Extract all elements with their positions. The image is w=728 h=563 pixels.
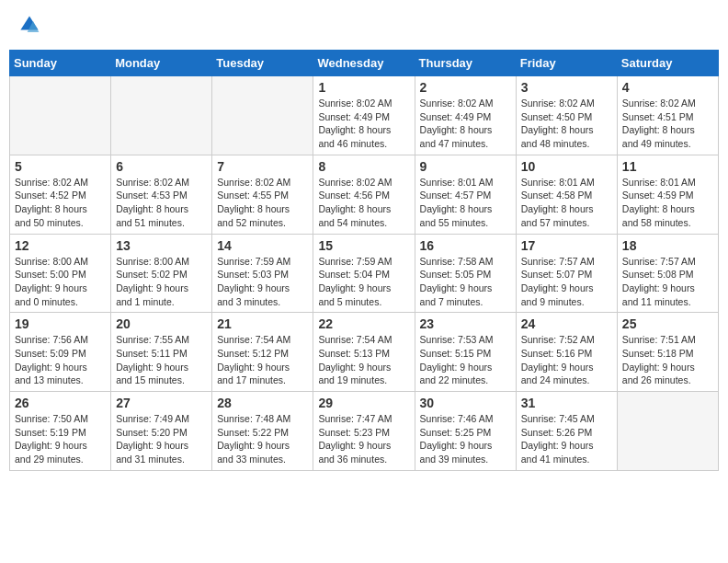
calendar-week-row: 1Sunrise: 8:02 AM Sunset: 4:49 PM Daylig… — [10, 76, 719, 155]
calendar-day-cell: 2Sunrise: 8:02 AM Sunset: 4:49 PM Daylig… — [415, 76, 516, 155]
day-number: 7 — [217, 159, 308, 174]
day-number: 24 — [521, 316, 612, 331]
logo-icon — [18, 14, 40, 36]
calendar-day-cell: 4Sunrise: 8:02 AM Sunset: 4:51 PM Daylig… — [617, 76, 718, 155]
calendar-day-cell: 11Sunrise: 8:01 AM Sunset: 4:59 PM Dayli… — [617, 155, 718, 234]
day-info: Sunrise: 8:02 AM Sunset: 4:56 PM Dayligh… — [318, 176, 409, 230]
calendar-day-cell: 31Sunrise: 7:45 AM Sunset: 5:26 PM Dayli… — [516, 392, 617, 471]
day-number: 30 — [420, 396, 511, 410]
calendar-body: 1Sunrise: 8:02 AM Sunset: 4:49 PM Daylig… — [10, 76, 719, 471]
logo — [18, 14, 42, 36]
day-number: 16 — [420, 238, 511, 253]
day-number: 1 — [318, 80, 409, 95]
calendar-day-cell: 21Sunrise: 7:54 AM Sunset: 5:12 PM Dayli… — [212, 313, 313, 392]
calendar-day-cell: 13Sunrise: 8:00 AM Sunset: 5:02 PM Dayli… — [111, 234, 212, 313]
day-info: Sunrise: 8:01 AM Sunset: 4:58 PM Dayligh… — [521, 176, 612, 230]
calendar-table: SundayMondayTuesdayWednesdayThursdayFrid… — [9, 50, 719, 471]
day-number: 2 — [420, 80, 511, 95]
calendar-day-cell: 20Sunrise: 7:55 AM Sunset: 5:11 PM Dayli… — [111, 313, 212, 392]
day-info: Sunrise: 7:54 AM Sunset: 5:13 PM Dayligh… — [318, 333, 409, 387]
day-info: Sunrise: 8:02 AM Sunset: 4:49 PM Dayligh… — [420, 97, 511, 151]
day-info: Sunrise: 8:02 AM Sunset: 4:53 PM Dayligh… — [116, 176, 207, 230]
day-number: 31 — [521, 396, 612, 410]
calendar-day-cell: 16Sunrise: 7:58 AM Sunset: 5:05 PM Dayli… — [415, 234, 516, 313]
day-info: Sunrise: 7:49 AM Sunset: 5:20 PM Dayligh… — [116, 412, 207, 466]
day-number: 21 — [217, 316, 308, 331]
page-header — [9, 9, 719, 40]
day-info: Sunrise: 8:00 AM Sunset: 5:00 PM Dayligh… — [15, 255, 106, 309]
weekday-header-cell: Saturday — [617, 51, 718, 76]
day-number: 3 — [521, 80, 612, 95]
day-number: 20 — [116, 316, 207, 331]
day-info: Sunrise: 7:58 AM Sunset: 5:05 PM Dayligh… — [420, 255, 511, 309]
day-info: Sunrise: 7:52 AM Sunset: 5:16 PM Dayligh… — [521, 333, 612, 387]
weekday-header-cell: Friday — [516, 51, 617, 76]
day-info: Sunrise: 7:57 AM Sunset: 5:07 PM Dayligh… — [521, 255, 612, 309]
calendar-day-cell: 27Sunrise: 7:49 AM Sunset: 5:20 PM Dayli… — [111, 392, 212, 471]
weekday-header-row: SundayMondayTuesdayWednesdayThursdayFrid… — [10, 51, 719, 76]
day-number: 13 — [116, 238, 207, 253]
day-number: 28 — [217, 396, 308, 410]
day-info: Sunrise: 7:57 AM Sunset: 5:08 PM Dayligh… — [622, 255, 713, 309]
day-info: Sunrise: 8:02 AM Sunset: 4:52 PM Dayligh… — [15, 176, 106, 230]
day-info: Sunrise: 8:02 AM Sunset: 4:50 PM Dayligh… — [521, 97, 612, 151]
calendar-day-cell: 17Sunrise: 7:57 AM Sunset: 5:07 PM Dayli… — [516, 234, 617, 313]
calendar-day-cell: 25Sunrise: 7:51 AM Sunset: 5:18 PM Dayli… — [617, 313, 718, 392]
calendar-day-cell: 29Sunrise: 7:47 AM Sunset: 5:23 PM Dayli… — [313, 392, 415, 471]
calendar-day-cell: 14Sunrise: 7:59 AM Sunset: 5:03 PM Dayli… — [212, 234, 313, 313]
day-info: Sunrise: 8:02 AM Sunset: 4:51 PM Dayligh… — [622, 97, 713, 151]
day-number: 15 — [318, 238, 409, 253]
calendar-day-cell: 8Sunrise: 8:02 AM Sunset: 4:56 PM Daylig… — [313, 155, 415, 234]
day-info: Sunrise: 7:55 AM Sunset: 5:11 PM Dayligh… — [116, 333, 207, 387]
day-info: Sunrise: 7:48 AM Sunset: 5:22 PM Dayligh… — [217, 412, 308, 466]
day-info: Sunrise: 7:53 AM Sunset: 5:15 PM Dayligh… — [420, 333, 511, 387]
day-info: Sunrise: 8:00 AM Sunset: 5:02 PM Dayligh… — [116, 255, 207, 309]
weekday-header-cell: Monday — [111, 51, 212, 76]
day-number: 29 — [318, 396, 409, 410]
calendar-day-cell: 3Sunrise: 8:02 AM Sunset: 4:50 PM Daylig… — [516, 76, 617, 155]
calendar-week-row: 19Sunrise: 7:56 AM Sunset: 5:09 PM Dayli… — [10, 313, 719, 392]
calendar-day-cell: 18Sunrise: 7:57 AM Sunset: 5:08 PM Dayli… — [617, 234, 718, 313]
day-number: 17 — [521, 238, 612, 253]
day-number: 14 — [217, 238, 308, 253]
calendar-day-cell: 19Sunrise: 7:56 AM Sunset: 5:09 PM Dayli… — [10, 313, 111, 392]
calendar-day-cell — [10, 76, 111, 155]
day-info: Sunrise: 7:59 AM Sunset: 5:03 PM Dayligh… — [217, 255, 308, 309]
calendar-day-cell: 22Sunrise: 7:54 AM Sunset: 5:13 PM Dayli… — [313, 313, 415, 392]
day-info: Sunrise: 7:59 AM Sunset: 5:04 PM Dayligh… — [318, 255, 409, 309]
calendar-day-cell — [111, 76, 212, 155]
calendar-day-cell: 12Sunrise: 8:00 AM Sunset: 5:00 PM Dayli… — [10, 234, 111, 313]
day-number: 6 — [116, 159, 207, 174]
calendar-week-row: 5Sunrise: 8:02 AM Sunset: 4:52 PM Daylig… — [10, 155, 719, 234]
weekday-header-cell: Wednesday — [313, 51, 415, 76]
calendar-day-cell: 10Sunrise: 8:01 AM Sunset: 4:58 PM Dayli… — [516, 155, 617, 234]
day-number: 11 — [622, 159, 713, 174]
calendar-day-cell: 7Sunrise: 8:02 AM Sunset: 4:55 PM Daylig… — [212, 155, 313, 234]
day-number: 22 — [318, 316, 409, 331]
day-number: 10 — [521, 159, 612, 174]
calendar-day-cell: 24Sunrise: 7:52 AM Sunset: 5:16 PM Dayli… — [516, 313, 617, 392]
day-number: 26 — [15, 396, 106, 410]
calendar-day-cell: 1Sunrise: 8:02 AM Sunset: 4:49 PM Daylig… — [313, 76, 415, 155]
calendar-day-cell: 9Sunrise: 8:01 AM Sunset: 4:57 PM Daylig… — [415, 155, 516, 234]
weekday-header-cell: Thursday — [415, 51, 516, 76]
day-info: Sunrise: 7:54 AM Sunset: 5:12 PM Dayligh… — [217, 333, 308, 387]
day-info: Sunrise: 7:56 AM Sunset: 5:09 PM Dayligh… — [15, 333, 106, 387]
calendar-day-cell: 5Sunrise: 8:02 AM Sunset: 4:52 PM Daylig… — [10, 155, 111, 234]
calendar-day-cell: 28Sunrise: 7:48 AM Sunset: 5:22 PM Dayli… — [212, 392, 313, 471]
day-number: 9 — [420, 159, 511, 174]
day-info: Sunrise: 7:46 AM Sunset: 5:25 PM Dayligh… — [420, 412, 511, 466]
day-number: 8 — [318, 159, 409, 174]
weekday-header-cell: Sunday — [10, 51, 111, 76]
day-number: 25 — [622, 316, 713, 331]
day-number: 12 — [15, 238, 106, 253]
calendar-day-cell: 26Sunrise: 7:50 AM Sunset: 5:19 PM Dayli… — [10, 392, 111, 471]
day-info: Sunrise: 7:51 AM Sunset: 5:18 PM Dayligh… — [622, 333, 713, 387]
day-info: Sunrise: 7:47 AM Sunset: 5:23 PM Dayligh… — [318, 412, 409, 466]
day-number: 27 — [116, 396, 207, 410]
calendar-day-cell — [617, 392, 718, 471]
calendar-day-cell — [212, 76, 313, 155]
day-info: Sunrise: 8:01 AM Sunset: 4:59 PM Dayligh… — [622, 176, 713, 230]
day-info: Sunrise: 7:45 AM Sunset: 5:26 PM Dayligh… — [521, 412, 612, 466]
day-number: 19 — [15, 316, 106, 331]
